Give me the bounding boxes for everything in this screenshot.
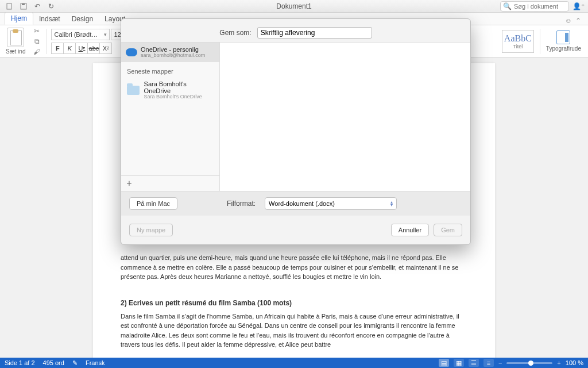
view-draft-icon[interactable]: ≡ (483, 359, 494, 367)
on-my-mac-button[interactable]: På min Mac (129, 197, 177, 210)
format-painter-icon[interactable]: 🖌 (32, 48, 41, 56)
feedback-icon[interactable]: ☺ (565, 17, 572, 25)
recent-folders-header: Seneste mapper (121, 62, 219, 77)
new-folder-button[interactable]: Ny mappe (129, 224, 173, 236)
heading: 2) Ecrives un petit résumé du film Samba… (121, 298, 467, 308)
spellcheck-icon[interactable]: ✎ (72, 359, 78, 367)
tab-insert[interactable]: Indsæt (33, 13, 66, 25)
dialog-format-row: På min Mac Filformat: Word-dokument (.do… (121, 191, 470, 216)
page-status[interactable]: Side 1 af 2 (5, 359, 35, 366)
filename-input[interactable] (257, 27, 372, 39)
chevron-down-icon: ▾ (104, 32, 107, 37)
view-web-layout-icon[interactable]: ▦ (454, 359, 464, 367)
search-input[interactable] (514, 3, 560, 10)
subscript-button[interactable]: X2 (99, 43, 112, 54)
svg-rect-2 (22, 3, 25, 5)
qat-redo-icon[interactable]: ↻ (45, 1, 57, 12)
styles-pane-button[interactable]: Typografirude (546, 30, 581, 52)
zoom-out-button[interactable]: − (498, 359, 502, 366)
clipboard-side: ✂ ⧉ 🖌 (31, 27, 41, 56)
body-text: attend un quartier, puis une demi-heure,… (121, 253, 467, 282)
qat-new-icon[interactable] (3, 1, 16, 12)
word-count[interactable]: 495 ord (43, 359, 64, 366)
view-print-layout-icon[interactable]: ▤ (439, 359, 449, 367)
cut-icon[interactable]: ✂ (32, 27, 41, 35)
paste-button[interactable] (7, 28, 24, 47)
save-button[interactable]: Gem (434, 224, 462, 236)
body-text: Dans le film Samba il s'agit de l'homme … (121, 312, 467, 350)
language-status[interactable]: Fransk (86, 359, 105, 366)
status-bar: Side 1 af 2 495 ord ✎ Fransk ▤ ▦ ☰ ≡ − +… (0, 358, 588, 368)
zoom-level[interactable]: 100 % (566, 359, 583, 366)
clipboard-group: Sæt ind (3, 28, 28, 55)
folder-icon (127, 86, 140, 95)
tab-home[interactable]: Hjem (5, 12, 33, 25)
font-group: Calibri (Brødt…▾ 12▾ F K U ▾ abc X2 (51, 29, 130, 54)
font-name-combo[interactable]: Calibri (Brødt…▾ (51, 29, 110, 40)
file-format-select[interactable]: Word-dokument (.docx) ▴▾ (265, 197, 397, 210)
italic-button[interactable]: K (63, 43, 76, 54)
cloud-icon (126, 48, 137, 56)
search-icon: 🔍 (503, 2, 512, 10)
search-box[interactable]: 🔍 (500, 1, 569, 12)
collapse-ribbon-icon[interactable]: ⌃ (575, 17, 581, 25)
paste-label: Sæt ind (6, 48, 25, 55)
style-title[interactable]: AaBbC Titel (502, 30, 534, 53)
tab-design[interactable]: Design (66, 13, 99, 25)
qat-save-icon[interactable] (17, 1, 30, 12)
save-as-label: Gem som: (219, 29, 251, 37)
chevron-down-icon: ▾ (83, 45, 85, 51)
updown-icon: ▴▾ (390, 201, 393, 206)
qat-undo-icon[interactable]: ↶ (31, 1, 44, 12)
view-outline-icon[interactable]: ☰ (469, 359, 479, 367)
save-dialog: Gem som: OneDrive - personlig sara_bomho… (121, 18, 471, 245)
add-location-button[interactable]: + (123, 178, 135, 189)
share-icon[interactable]: 👤⁺ (572, 2, 585, 10)
dialog-sidebar: OneDrive - personlig sara_bomholt@hotmai… (121, 43, 220, 191)
underline-button[interactable]: U ▾ (75, 43, 88, 54)
titlebar: ↶ ↻ Dokument1 🔍 👤⁺ (0, 0, 588, 13)
zoom-slider[interactable] (506, 362, 552, 364)
dialog-file-list[interactable] (220, 43, 470, 191)
file-format-label: Filformat: (227, 200, 256, 208)
strikethrough-button[interactable]: abc (87, 43, 100, 54)
copy-icon[interactable]: ⧉ (32, 37, 41, 45)
bold-button[interactable]: F (51, 43, 64, 54)
cancel-button[interactable]: Annuller (391, 224, 429, 236)
recent-folder-item[interactable]: Sara Bomholt's OneDrive Sara Bomholt's O… (121, 77, 219, 103)
zoom-in-button[interactable]: + (557, 359, 560, 366)
svg-rect-0 (7, 3, 11, 9)
quick-access-toolbar: ↶ ↻ (3, 1, 57, 12)
onedrive-account[interactable]: OneDrive - personlig sara_bomholt@hotmai… (121, 43, 219, 62)
pane-icon (556, 30, 570, 44)
